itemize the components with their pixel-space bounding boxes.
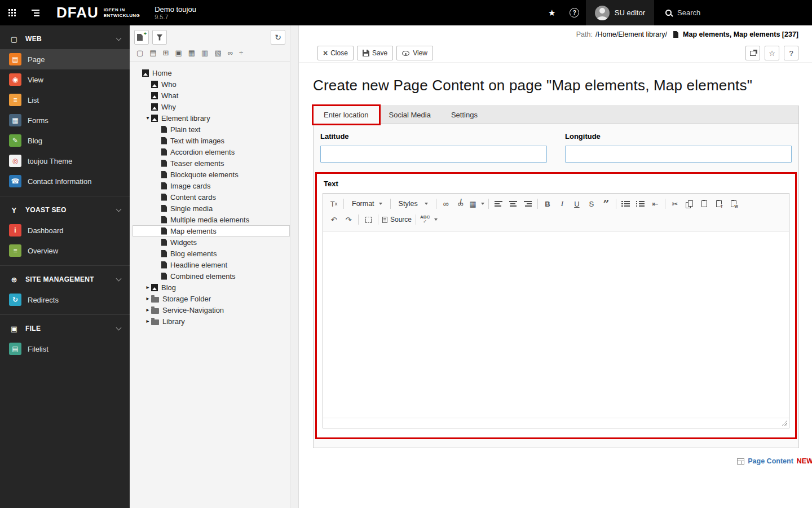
save-button[interactable]: Save [357, 46, 393, 60]
styles-dropdown[interactable]: Styles [393, 200, 434, 208]
new-page-button[interactable]: + [134, 30, 149, 45]
drag-shortcut-icon[interactable]: ⊞ [163, 49, 169, 56]
drag-spacer-icon[interactable]: ▦ [188, 49, 195, 56]
sidebar-item-toujou-theme[interactable]: ◎ toujou Theme [0, 151, 130, 171]
underline-button[interactable]: U [570, 197, 584, 211]
tab-settings[interactable]: Settings [441, 106, 488, 124]
align-right-button[interactable] [520, 197, 535, 211]
chevron-down-icon[interactable] [116, 275, 122, 281]
sidebar-item-view[interactable]: ◉ View [0, 69, 130, 90]
pagetree-node[interactable]: What [130, 90, 290, 101]
latitude-input[interactable] [320, 146, 547, 163]
chevron-down-icon[interactable] [116, 325, 122, 330]
sidebar-item-blog[interactable]: ✎ Blog [0, 130, 130, 151]
align-left-button[interactable] [491, 197, 506, 211]
ordered-list-button[interactable] [619, 197, 633, 211]
drag-recycler-icon[interactable]: ▧ [214, 49, 221, 56]
resize-handle[interactable] [782, 420, 787, 426]
paste-button[interactable] [697, 197, 712, 211]
drag-new-page-icon[interactable]: ▢ [136, 49, 143, 56]
italic-button[interactable]: I [555, 197, 570, 211]
new-record-type[interactable]: Page Content [748, 457, 793, 465]
copy-button[interactable] [682, 197, 697, 211]
undo-button[interactable]: ↶ [326, 213, 341, 226]
drag-folder-icon[interactable]: ▥ [201, 49, 208, 56]
expander-icon[interactable] [144, 307, 151, 313]
drag-mount-point-icon[interactable]: ▣ [175, 49, 182, 56]
refresh-tree-button[interactable]: ↻ [271, 30, 285, 45]
paste-from-word-button[interactable] [726, 197, 741, 211]
user-menu[interactable]: SU editor [586, 0, 654, 25]
pagetree-node[interactable]: Blockquote elements [130, 169, 290, 180]
view-button[interactable]: View [396, 46, 433, 60]
drag-divider-icon[interactable]: ÷ [239, 49, 243, 56]
sidebar-section-header-file[interactable]: ▣ FILE [0, 318, 130, 339]
pagetree-node[interactable]: Map elements [133, 225, 290, 237]
remove-format-button[interactable]: Tx [326, 197, 341, 211]
sidebar-item-list[interactable]: ≡ List [0, 90, 130, 110]
pagetree-node[interactable]: Widgets [130, 237, 290, 248]
pagetree-node[interactable]: Teaser elements [130, 157, 290, 169]
blockquote-button[interactable] [599, 197, 614, 211]
pagetree-node[interactable]: Storage Folder [130, 293, 290, 304]
pagetree-node[interactable]: Library [130, 316, 290, 327]
expander-icon[interactable] [144, 115, 151, 121]
sidebar-section-header-site-management[interactable]: ⊕ SITE MANAGEMENT [0, 269, 130, 290]
source-button[interactable]: Source [381, 213, 413, 226]
pagetree-node[interactable]: Text with images [130, 135, 290, 146]
sidebar-item-redirects[interactable]: ↻ Redirects [0, 290, 130, 310]
expander-icon[interactable] [144, 318, 151, 324]
tab-enter-location[interactable]: Enter location [314, 106, 379, 124]
context-help-button[interactable]: ? [784, 46, 798, 60]
table-button[interactable]: ▦ [468, 197, 486, 211]
align-center-button[interactable] [506, 197, 520, 211]
pagetree-node[interactable]: Element library [130, 112, 290, 124]
rte-content-area[interactable] [323, 231, 789, 418]
pagetree-node[interactable]: Home [130, 67, 290, 78]
drag-page-icon[interactable]: ▤ [149, 49, 156, 56]
spellcheck-button[interactable]: ABC✓ [418, 213, 439, 226]
bookmarks-button[interactable]: ★ [541, 0, 563, 25]
pagetree-node[interactable]: Single media [130, 203, 290, 214]
select-all-button[interactable] [361, 213, 376, 226]
expander-icon[interactable] [144, 284, 151, 290]
open-in-new-window-button[interactable] [745, 46, 760, 60]
toggle-navigation-button[interactable] [24, 0, 47, 25]
bookmark-button[interactable]: ☆ [765, 46, 779, 60]
drag-link-icon[interactable]: ∞ [228, 49, 233, 56]
format-dropdown[interactable]: Format [346, 200, 388, 208]
unlink-button[interactable]: ∞ [453, 197, 468, 211]
help-button[interactable]: ? [563, 0, 586, 25]
bullet-list-button[interactable] [633, 197, 648, 211]
panel-splitter[interactable] [290, 25, 299, 508]
pagetree-node[interactable]: Accordion elements [130, 146, 290, 157]
pagetree-node[interactable]: Service-Navigation [130, 304, 290, 316]
sidebar-item-page[interactable]: ▤ Page [0, 49, 130, 69]
pagetree-node[interactable]: Headline element [130, 259, 290, 270]
pagetree-node[interactable]: Multiple media elements [130, 214, 290, 225]
filter-button[interactable] [152, 30, 167, 45]
sidebar-item-contact-information[interactable]: ☎ Contact Information [0, 171, 130, 191]
tab-social-media[interactable]: Social Media [379, 106, 441, 124]
chevron-down-icon[interactable] [116, 35, 122, 41]
sidebar-item-overview[interactable]: ≡ Overview [0, 240, 130, 261]
strikethrough-button[interactable]: S [584, 197, 599, 211]
chevron-down-icon[interactable] [116, 206, 122, 212]
pagetree-node[interactable]: Combined elements [130, 270, 290, 282]
pagetree-node[interactable]: Image cards [130, 180, 290, 191]
paste-as-text-button[interactable] [712, 197, 726, 211]
link-button[interactable]: ∞ [439, 197, 453, 211]
global-search[interactable]: Search [654, 0, 812, 25]
modules-grid-button[interactable] [0, 0, 24, 25]
pagetree-node[interactable]: Content cards [130, 191, 290, 203]
bold-button[interactable]: B [540, 197, 555, 211]
redo-button[interactable]: ↷ [341, 213, 356, 226]
expander-icon[interactable] [144, 296, 151, 301]
pagetree-node[interactable]: Blog [130, 282, 290, 293]
sidebar-item-filelist[interactable]: ▤ Filelist [0, 339, 130, 359]
pagetree-node[interactable]: Why [130, 101, 290, 112]
close-button[interactable]: × Close [317, 46, 354, 60]
sidebar-item-dashboard[interactable]: i Dashboard [0, 220, 130, 240]
pagetree-node[interactable]: Blog elements [130, 248, 290, 259]
outdent-button[interactable]: ⇤ [648, 197, 663, 211]
